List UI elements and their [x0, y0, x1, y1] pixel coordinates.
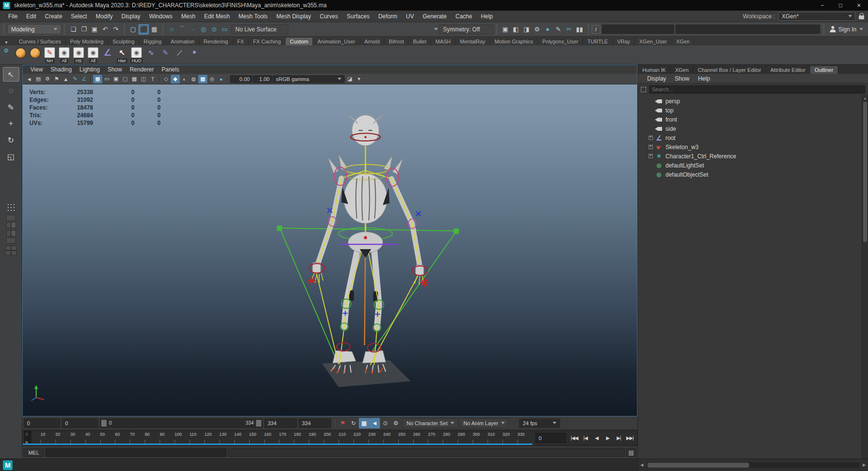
- search-input[interactable]: [649, 85, 865, 94]
- outliner-item-skeleton-w3[interactable]: Skeleton_w3: [642, 142, 861, 152]
- outliner-vertical-scrollbar[interactable]: ▲: [862, 95, 868, 458]
- pause-viewport-icon[interactable]: ▮▮: [574, 24, 585, 35]
- redo-icon[interactable]: ↷: [110, 24, 121, 35]
- quick-layout-four-view-button[interactable]: [5, 246, 17, 255]
- panel-tab[interactable]: Human IK: [638, 66, 671, 74]
- snap-to-point-icon[interactable]: ∙: [188, 24, 198, 35]
- menu-item[interactable]: Windows: [145, 13, 177, 20]
- exposure-field[interactable]: 0.00: [230, 75, 252, 83]
- move-tool[interactable]: +: [3, 116, 19, 131]
- animation-start-field[interactable]: 0: [24, 418, 60, 428]
- snap-to-view-plane-icon[interactable]: ▭: [219, 24, 230, 35]
- menu-item[interactable]: Mesh Tools: [234, 13, 272, 20]
- snap-to-curve-icon[interactable]: ⌒: [177, 24, 188, 35]
- viewport-canvas[interactable]: Verts: 25338 0 0 Edges: 31092 0 0: [23, 84, 637, 416]
- step-forward-button[interactable]: ▶|: [613, 433, 624, 443]
- outliner-item-defaultlightset[interactable]: defaultLightSet: [642, 161, 861, 170]
- menu-item[interactable]: Select: [67, 13, 91, 20]
- select-component-icon[interactable]: ▦: [149, 24, 160, 35]
- shelf-tab[interactable]: Poly Modeling: [66, 38, 108, 45]
- scroll-up-icon[interactable]: ▲: [862, 95, 868, 101]
- render-view-icon[interactable]: ▣: [500, 24, 511, 35]
- menu-item[interactable]: Create: [41, 13, 67, 20]
- grip-handle[interactable]: [64, 24, 66, 35]
- hierarchy-select-icon[interactable]: Hier: [116, 47, 128, 63]
- open-scene-icon[interactable]: ❐: [79, 24, 89, 35]
- cut-icon[interactable]: ✂: [564, 24, 574, 35]
- scrollbar-thumb[interactable]: [648, 463, 749, 468]
- menu-item[interactable]: UV: [402, 13, 419, 20]
- select-object-icon[interactable]: ⬛: [138, 24, 149, 35]
- grid-icon[interactable]: ▦: [93, 75, 102, 83]
- paint-effects-icon[interactable]: ✎: [553, 24, 564, 35]
- panel-tab[interactable]: Outliner: [810, 66, 838, 74]
- isolate-select-icon[interactable]: ◪: [345, 75, 354, 83]
- anim-bookmark-icon[interactable]: ⚑: [338, 418, 348, 429]
- menu-item[interactable]: Help: [476, 13, 497, 20]
- outliner-item-top[interactable]: top: [642, 106, 861, 115]
- current-frame-field[interactable]: 0: [535, 433, 566, 443]
- go-to-end-button[interactable]: ▶▶|: [624, 433, 635, 443]
- quick-layout-persp-outliner-button[interactable]: [6, 237, 16, 244]
- show-all-2-icon[interactable]: All: [87, 47, 99, 63]
- range-slider[interactable]: 0 334: [100, 418, 263, 428]
- lasso-select-tool[interactable]: ◌: [3, 83, 19, 98]
- menu-item[interactable]: Mesh: [177, 13, 200, 20]
- ipr-render-icon[interactable]: ◨: [521, 24, 532, 35]
- command-line-mode-button[interactable]: MEL: [23, 448, 44, 457]
- shadows-icon[interactable]: ▩: [198, 75, 207, 83]
- menu-item[interactable]: File: [4, 13, 22, 20]
- panel-menu-item[interactable]: Show: [104, 66, 126, 73]
- undo-icon[interactable]: ↶: [100, 24, 110, 35]
- current-time-marker[interactable]: p: [24, 431, 31, 445]
- symmetry-selector[interactable]: Symmetry: Off: [439, 25, 493, 34]
- show-hs-icon[interactable]: HS: [72, 47, 85, 63]
- outliner-menu-item[interactable]: Show: [670, 75, 693, 82]
- workspace-lock-icon[interactable]: [859, 15, 864, 19]
- options-caret-icon[interactable]: ▾: [354, 75, 364, 83]
- smooth-shade-icon[interactable]: ◆: [171, 75, 180, 83]
- gate-mask-icon[interactable]: ▢: [121, 75, 130, 83]
- shelf-tab[interactable]: Polygons_User: [538, 38, 583, 45]
- outliner-menu-item[interactable]: Display: [643, 75, 670, 82]
- play-forwards-button[interactable]: ▶: [602, 433, 613, 443]
- skin-tool-icon[interactable]: [188, 47, 201, 63]
- camera-attributes-icon[interactable]: ⚙: [43, 75, 52, 83]
- huo-icon[interactable]: HUO: [130, 47, 143, 63]
- outliner-item-root[interactable]: root: [642, 133, 861, 142]
- color-space-selector[interactable]: sRGB gamma: [272, 75, 345, 83]
- shelf-tab[interactable]: Bullet: [408, 38, 431, 45]
- panel-menu-item[interactable]: View: [27, 66, 47, 73]
- snap-to-projected-center-icon[interactable]: ◎: [198, 24, 209, 35]
- film-gate-icon[interactable]: ▭: [102, 75, 111, 83]
- menu-item[interactable]: Cache: [451, 13, 476, 20]
- menu-item[interactable]: Modify: [91, 13, 117, 20]
- shelf-tab[interactable]: Curves / Surfaces: [14, 38, 66, 45]
- audio-icon[interactable]: ◄: [369, 418, 380, 429]
- minimize-button[interactable]: −: [813, 0, 831, 11]
- expander-icon[interactable]: [649, 136, 653, 140]
- snap-keys-icon[interactable]: ▦: [359, 418, 369, 429]
- gamma-field[interactable]: 1.00: [253, 75, 272, 83]
- playback-loop-icon[interactable]: ↻: [348, 418, 359, 429]
- outliner-item-character1-ctrl-reference[interactable]: Character1_Ctrl_Reference: [642, 152, 861, 161]
- shelf-tab[interactable]: TURTLE: [583, 38, 613, 45]
- quick-layout-single-pane-button[interactable]: [6, 215, 16, 221]
- toon-outline-icon[interactable]: [29, 47, 41, 64]
- snap-to-grid-icon[interactable]: ∩: [166, 24, 177, 35]
- outliner-horizontal-scrollbar[interactable]: ◀ ▶: [637, 459, 868, 471]
- playback-end-field[interactable]: 334: [264, 418, 297, 428]
- outliner-item-persp[interactable]: persp: [642, 97, 861, 106]
- outliner-item-front[interactable]: front: [642, 115, 861, 124]
- show-manipulator-icon[interactable]: [6, 202, 16, 213]
- select-tool[interactable]: ↖: [3, 67, 19, 82]
- numeric-input-field[interactable]: [602, 25, 674, 34]
- menu-item[interactable]: Edit: [22, 13, 41, 20]
- panel-tab[interactable]: XGen: [671, 66, 693, 74]
- grip-handle[interactable]: [3, 24, 5, 35]
- menu-item[interactable]: Curves: [315, 13, 342, 20]
- script-editor-icon[interactable]: ▤: [626, 448, 637, 457]
- range-start-handle[interactable]: [101, 420, 107, 427]
- anim-layer-selector[interactable]: No Anim Layer: [460, 418, 509, 428]
- grip-handle[interactable]: [496, 24, 498, 35]
